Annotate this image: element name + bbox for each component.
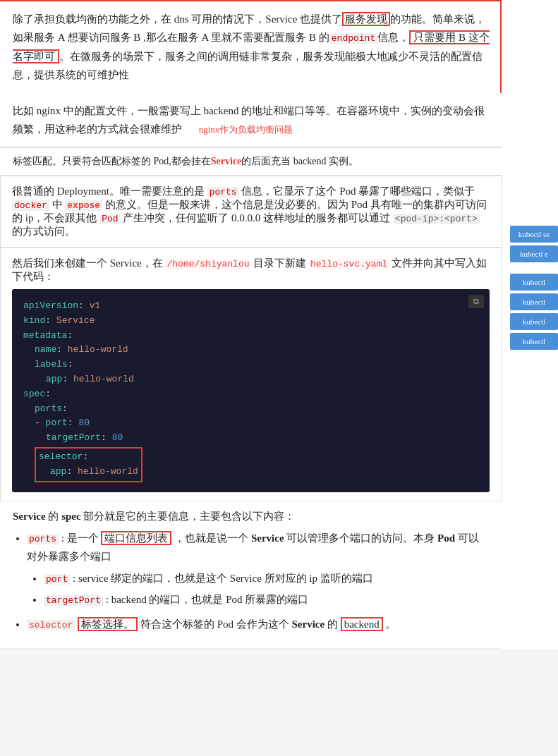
sidebar-btn-6[interactable]: kubectl xyxy=(510,333,558,350)
code-docker: docker xyxy=(12,200,49,211)
code-line-3: metadata: xyxy=(23,329,478,343)
label-text-end: 的后面充当 backend 实例。 xyxy=(241,156,358,166)
deployment-text: 很普通的 Deployment。唯一需要注意的是 ports 信息，它显示了这个… xyxy=(12,185,490,238)
code-line-4: name: hello-world xyxy=(23,343,478,358)
bold-pod1: Pod xyxy=(437,532,455,544)
spec-item-ports: ports : 是一个 端口信息列表 ，也就是说一个 Service 可以管理多… xyxy=(27,529,489,610)
main-content: 除了承担负载均衡的功能之外，在 dns 可用的情况下，Service 也提供了服… xyxy=(0,0,502,649)
box-selector: 标签选择。 xyxy=(78,617,138,631)
section-deployment: 很普通的 Deployment。唯一需要注意的是 ports 信息，它显示了这个… xyxy=(0,176,502,248)
code-line-12: app: hello-world xyxy=(39,465,138,480)
service-bold: Service xyxy=(211,156,242,166)
code-selector-box: selector: app: hello-world xyxy=(35,447,142,482)
box-ports-list: 端口信息列表 xyxy=(101,531,171,545)
code-line-6: app: hello-world xyxy=(23,372,478,387)
code-expose: expose xyxy=(65,200,102,211)
page-wrapper: 除了承担负载均衡的功能之外，在 dns 可用的情况下，Service 也提供了服… xyxy=(0,0,558,649)
code-line-10: targetPort: 80 xyxy=(23,431,478,446)
section-label-match: 标签匹配。只要符合匹配标签的 Pod,都会挂在Service的后面充当 back… xyxy=(0,147,502,176)
text-before-highlight1: 除了承担负载均衡的功能之外，在 dns 可用的情况下，Service 也提供了 xyxy=(13,13,342,25)
code-block: ⧉ apiVersion: v1 kind: Service metadata:… xyxy=(12,289,490,492)
right-sidebar: kubectl se kubectl e kubectl kubectl kub… xyxy=(502,0,558,649)
sidebar-btn-1[interactable]: kubectl se xyxy=(510,226,558,243)
code-line-2: kind: Service xyxy=(23,314,478,329)
copy-button[interactable]: ⧉ xyxy=(468,295,484,308)
text-end1: 。在微服务的场景下，服务之间的调用链非常复杂，服务发现能极大地减少不灵活的配置信… xyxy=(13,51,483,80)
section-nginx: 比如 nginx 中的配置文件，一般需要写上 backend 的地址和端口等等。… xyxy=(0,93,502,148)
code-ports: ports xyxy=(207,187,239,197)
path-home: /home/shiyanlou xyxy=(165,259,250,269)
section-spec: Service 的 spec 部分就是它的主要信息，主要包含以下内容： port… xyxy=(0,501,502,649)
code-endpoint: endpoint xyxy=(329,33,377,44)
code-line-1: apiVersion: v1 xyxy=(23,299,478,314)
create-text: 然后我们来创建一个 Service，在 /home/shiyanlou 目录下新… xyxy=(12,257,490,284)
highlight-service-discovery: 服务发现 xyxy=(342,12,390,26)
label-text-before: 标签匹配。只要符合匹配标签的 Pod,都会挂在 xyxy=(13,156,211,166)
nginx-note: nginx作为负载均衡问题 xyxy=(199,122,293,138)
spec-intro: Service 的 spec 部分就是它的主要信息，主要包含以下内容： xyxy=(13,510,489,523)
code-ports-key: ports xyxy=(27,534,59,544)
sidebar-btn-2[interactable]: kubectl e xyxy=(510,245,558,262)
code-line-5: labels: xyxy=(23,358,478,372)
code-line-7: spec: xyxy=(23,387,478,402)
spec-sublist-ports: port : service 绑定的端口，也就是这个 Service 所对应的 … xyxy=(44,569,489,610)
spec-item-selector: selector 标签选择。 符合这个标签的 Pod 会作为这个 Service… xyxy=(27,615,489,634)
sidebar-btn-5[interactable]: kubectl xyxy=(510,313,558,330)
section-create-service: 然后我们来创建一个 Service，在 /home/shiyanlou 目录下新… xyxy=(0,248,502,501)
section-service-discovery: 除了承担负载均衡的功能之外，在 dns 可用的情况下，Service 也提供了服… xyxy=(0,0,502,93)
spec-list: ports : 是一个 端口信息列表 ，也就是说一个 Service 可以管理多… xyxy=(27,529,489,634)
box-backend: backend xyxy=(341,617,383,631)
sidebar-btn-3[interactable]: kubectl xyxy=(510,274,558,291)
code-selector-key: selector xyxy=(27,620,75,630)
code-line-11: selector: xyxy=(39,450,138,465)
bold-service2: Service xyxy=(292,618,325,630)
sidebar-btn-4[interactable]: kubectl xyxy=(510,293,558,310)
code-pod-port: <pod-ip>:<port> xyxy=(393,214,480,224)
code-line-9: - port: 80 xyxy=(23,416,478,431)
bold-service1: Service xyxy=(251,532,284,544)
code-port-key: port xyxy=(44,574,70,585)
path-file: hello-svc.yaml xyxy=(309,259,389,269)
spec-subitem-targetport: targetPort : backend 的端口，也就是 Pod 所暴露的端口 xyxy=(44,590,489,609)
code-targetport-key: targetPort xyxy=(44,595,103,606)
text-mid2: 信息， xyxy=(377,32,409,43)
spec-subitem-port: port : service 绑定的端口，也就是这个 Service 所对应的 … xyxy=(44,569,489,588)
code-pod: Pod xyxy=(99,214,120,224)
code-line-8: ports: xyxy=(23,402,478,417)
